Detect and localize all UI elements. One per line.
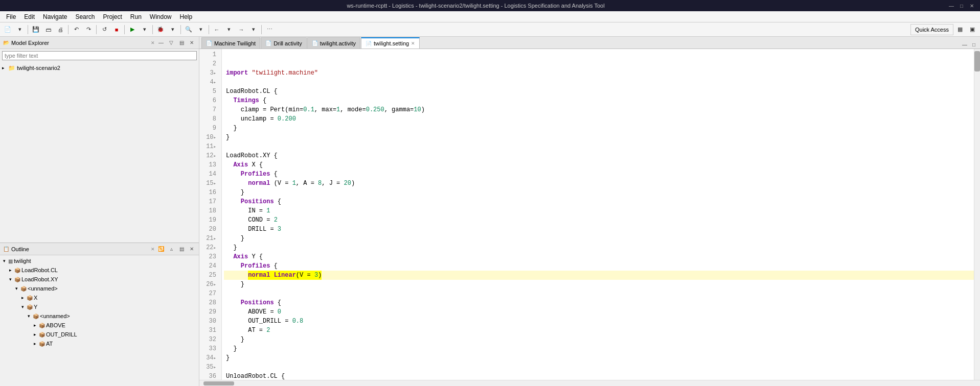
tab-machine-twilight[interactable]: 📄 Machine Twilight [201,37,260,49]
toolbar-save-btn[interactable]: 💾 [30,24,41,35]
toolbar-fwd-btn[interactable]: → [236,24,247,35]
expand-icon[interactable]: ▾ [26,313,32,319]
outline-label: OUT_DRILL [46,331,77,337]
expand-icon[interactable]: ▸ [32,332,38,337]
toolbar-back-btn[interactable]: ← [211,24,222,35]
menu-search[interactable]: Search [71,11,99,22]
toolbar-view-btn[interactable]: ▦ [954,24,966,35]
menu-run[interactable]: Run [126,11,146,22]
expand-icon[interactable]: ▾ [13,286,19,291]
outline-label: X [34,295,37,301]
outline-item-twilight[interactable]: ▾ ▦ twilight [0,256,199,266]
toolbar-view2-btn[interactable]: ▣ [967,24,978,35]
outline-collapse-btn[interactable]: ▵ [167,245,175,253]
window-title: ws-runtime-rcptt - Logistics - twilight-… [4,3,947,9]
outline-label: Y [34,304,37,310]
toolbar-redo-btn[interactable]: ↷ [83,24,94,35]
code-line-14: } [224,188,974,197]
menu-edit[interactable]: Edit [20,11,39,22]
expand-icon[interactable]: ▾ [1,258,7,263]
model-explorer-icon: 📂 [3,40,9,45]
node-icon: 📦 [20,286,27,292]
code-line-1: import "twilight.machine" [224,68,974,78]
toolbar-refresh-btn[interactable]: ↺ [99,24,110,35]
toolbar-extra-btn[interactable]: ⋯ [264,24,275,35]
editor-minimize-btn[interactable]: — [961,40,969,49]
filter-input[interactable] [2,51,197,60]
expand-icon[interactable]: ▾ [7,277,13,282]
toolbar-run-btn[interactable]: ▶ [127,24,138,35]
tree-item-twilight-scenario2[interactable]: ▸ 📁 twilight-scenario2 [0,63,199,73]
code-area[interactable]: import "twilight.machine" LoadRobot.CL {… [222,49,974,380]
main-area: 📂 Model Explorer ✕ — ▽ ▤ ✕ ▸ 📁 twilight-… [0,37,980,386]
model-explorer-close-btn[interactable]: ✕ [188,39,196,47]
outline-label: <unnamed> [28,285,58,292]
toolbar-fwd-dropdown[interactable]: ▾ [248,24,259,35]
toolbar-sep-1 [28,25,28,34]
expand-icon[interactable]: ▸ [19,295,26,300]
node-icon: ▦ [8,258,13,264]
title-bar: ws-runtime-rcptt - Logistics - twilight-… [0,0,980,11]
node-icon: 📦 [14,277,20,282]
outline-item-y[interactable]: ▾ 📦 Y [0,302,199,311]
tree-expand-icon[interactable]: ▸ [2,65,8,70]
toolbar-debug-btn[interactable]: 🐞 [155,24,166,35]
toolbar-stop-btn[interactable]: ■ [111,24,122,35]
node-icon: 📦 [14,268,20,273]
outline-sort-btn[interactable]: 🔁 [157,245,165,253]
tab-label: twilight.setting [374,40,409,46]
minimize-button[interactable]: — [947,2,955,10]
tab-twilight-activity[interactable]: 📄 twilight.activity [307,37,360,49]
menu-project[interactable]: Project [99,11,126,22]
model-explorer-menu-btn[interactable]: ▤ [177,39,186,47]
model-explorer-minimize-btn[interactable]: — [157,39,165,47]
toolbar-run-dropdown[interactable]: ▾ [139,24,150,35]
expand-icon[interactable]: ▸ [7,268,13,273]
tab-close-icon[interactable]: ✕ [411,41,415,46]
toolbar-undo-btn[interactable]: ↶ [71,24,82,35]
horizontal-scrollbar[interactable] [199,380,980,386]
code-line-22: Profiles { [224,261,974,271]
outline-item-unnamed-2[interactable]: ▾ 📦 <unnamed> [0,311,199,321]
code-line-31: } [224,344,974,353]
code-line-30: } [224,335,974,344]
editor-maximize-btn[interactable]: □ [970,40,978,49]
toolbar-dropdown-btn[interactable]: ▾ [14,24,26,35]
outline-item-unnamed-1[interactable]: ▾ 📦 <unnamed> [0,284,199,293]
expand-icon[interactable]: ▸ [32,341,38,346]
menu-help[interactable]: Help [176,11,197,22]
editor-scrollbar[interactable] [974,49,980,380]
quick-access-button[interactable]: Quick Access [910,24,953,35]
model-explorer-maximize-btn[interactable]: ▽ [167,39,175,47]
toolbar-search-dropdown[interactable]: ▾ [195,24,207,35]
maximize-button[interactable]: □ [958,2,966,10]
toolbar-sep-5 [152,25,153,34]
expand-icon[interactable]: ▸ [32,323,38,328]
outline-item-above[interactable]: ▸ 📦 ABOVE [0,321,199,330]
toolbar: 📄 ▾ 💾 🗃 🖨 ↶ ↷ ↺ ■ ▶ ▾ 🐞 ▾ 🔍 ▾ ← ▾ → ▾ ⋯ … [0,22,980,37]
toolbar-search-btn[interactable]: 🔍 [183,24,194,35]
outline-close-btn[interactable]: ✕ [188,245,196,253]
toolbar-save-all-btn[interactable]: 🗃 [42,24,54,35]
menu-file[interactable]: File [2,11,20,22]
tab-twilight-setting[interactable]: 📄 twilight.setting ✕ [361,37,420,49]
toolbar-back-dropdown[interactable]: ▾ [223,24,235,35]
expand-icon[interactable]: ▾ [19,304,26,309]
outline-label: LoadRobot.CL [21,267,58,273]
code-line-21: Axis Y { [224,252,974,261]
code-line-2 [224,78,974,87]
toolbar-print-btn[interactable]: 🖨 [55,24,66,35]
tab-drill-activity[interactable]: 📄 Drill activity [261,37,307,49]
outline-item-loadrobot-xy[interactable]: ▾ 📦 LoadRobot.XY [0,275,199,284]
outline-menu-btn[interactable]: ▤ [177,245,186,253]
outline-item-out-drill[interactable]: ▸ 📦 OUT_DRILL [0,330,199,339]
menu-window[interactable]: Window [146,11,176,22]
code-line-27: ABOVE = 0 [224,307,974,317]
outline-item-loadrobot-cl[interactable]: ▸ 📦 LoadRobot.CL [0,266,199,275]
outline-item-x[interactable]: ▸ 📦 X [0,293,199,302]
menu-navigate[interactable]: Navigate [39,11,71,22]
toolbar-new-btn[interactable]: 📄 [2,24,13,35]
toolbar-debug-dropdown[interactable]: ▾ [167,24,178,35]
outline-item-at[interactable]: ▸ 📦 AT [0,339,199,348]
close-button[interactable]: ✕ [968,2,976,10]
